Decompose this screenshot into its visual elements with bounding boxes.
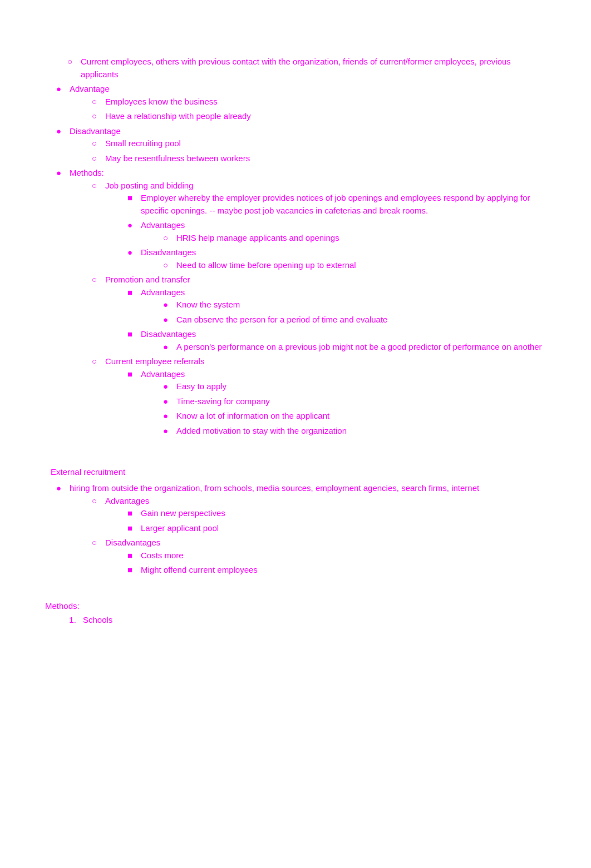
schools-item: Schools xyxy=(78,614,546,627)
disadvantage-items: Small recruiting pool May be resentfulne… xyxy=(70,137,546,165)
pt-disadvantages: Disadvantages A person's performance on … xyxy=(127,328,546,353)
jp-disadvantages-items: Need to allow time before opening up to … xyxy=(141,259,546,272)
ext-advantages: Advantages Gain new perspectives Larger … xyxy=(92,495,546,535)
cr-advantages: Advantages Easy to apply Time-saving for… xyxy=(127,368,546,438)
pt-advantages: Advantages Know the system Can observe t… xyxy=(127,286,546,326)
easy-to-apply: Easy to apply xyxy=(163,380,546,393)
external-heading: External recruitment xyxy=(45,467,546,477)
ext-disadvantages-items: Costs more Might offend current employee… xyxy=(105,549,546,577)
methods-label: Methods: Job posting and bidding Employe… xyxy=(56,167,546,437)
jp-advantages: Advantages HRIS help manage applicants a… xyxy=(127,219,546,244)
methods-list: Job posting and bidding Employer whereby… xyxy=(70,180,546,438)
disadvantage-item-2: May be resentfulness between workers xyxy=(92,152,546,165)
hris-help: HRIS help manage applicants and openings xyxy=(163,232,546,245)
jp-advantages-items: HRIS help manage applicants and openings xyxy=(141,232,546,245)
advantage-item-2: Have a relationship with people already xyxy=(92,110,546,123)
time-saving: Time-saving for company xyxy=(163,395,546,408)
pt-disadvantages-items: A person's performance on a previous job… xyxy=(141,341,546,354)
methods2-list: Schools xyxy=(45,614,546,627)
disadvantage-item-1: Small recruiting pool xyxy=(92,137,546,150)
know-system: Know the system xyxy=(163,299,546,311)
external-section: hiring from outside the organization, fr… xyxy=(45,482,546,577)
cr-advantages-items: Easy to apply Time-saving for company Kn… xyxy=(141,380,546,437)
larger-pool: Larger applicant pool xyxy=(127,522,546,535)
jp-disadvantages: Disadvantages Need to allow time before … xyxy=(127,246,546,271)
disadvantage-label: Disadvantage Small recruiting pool May b… xyxy=(56,125,546,165)
pt-advantages-items: Know the system Can observe the person f… xyxy=(141,299,546,326)
intro-list: Current employees, others with previous … xyxy=(45,56,546,81)
ext-disadvantages: Disadvantages Costs more Might offend cu… xyxy=(92,537,546,577)
advantage-section: Advantage Employees know the business Ha… xyxy=(45,83,546,437)
ext-advantages-items: Gain new perspectives Larger applicant p… xyxy=(105,507,546,534)
methods2-heading: Methods: xyxy=(45,601,546,611)
job-posting-sub: Advantages HRIS help manage applicants a… xyxy=(105,219,546,271)
ext-sub: Advantages Gain new perspectives Larger … xyxy=(70,495,546,577)
costs-more: Costs more xyxy=(127,549,546,562)
might-offend: Might offend current employees xyxy=(127,564,546,577)
pt-details: Advantages Know the system Can observe t… xyxy=(105,286,546,354)
current-referrals-item: Current employee referrals Advantages Ea… xyxy=(92,355,546,437)
know-a-lot: Know a lot of information on the applica… xyxy=(163,410,546,423)
intro-item: Current employees, others with previous … xyxy=(67,56,546,81)
document-content: Current employees, others with previous … xyxy=(45,33,546,626)
need-to-allow: Need to allow time before opening up to … xyxy=(163,259,546,272)
gain-new: Gain new perspectives xyxy=(127,507,546,520)
job-posting-desc: Employer whereby the employer provides n… xyxy=(127,192,546,217)
job-posting-item: Job posting and bidding Employer whereby… xyxy=(92,180,546,272)
can-observe: Can observe the person for a period of t… xyxy=(163,314,546,326)
job-posting-details: Employer whereby the employer provides n… xyxy=(105,192,546,217)
spacer2 xyxy=(45,579,546,590)
advantage-items: Employees know the business Have a relat… xyxy=(70,96,546,123)
hiring-desc-item: hiring from outside the organization, fr… xyxy=(56,482,546,577)
advantage-item-1: Employees know the business xyxy=(92,96,546,108)
spacer1 xyxy=(45,439,546,450)
advantage-label: Advantage Employees know the business Ha… xyxy=(56,83,546,123)
promotion-transfer-item: Promotion and transfer Advantages Know t… xyxy=(92,274,546,353)
cr-details: Advantages Easy to apply Time-saving for… xyxy=(105,368,546,438)
added-motivation: Added motivation to stay with the organi… xyxy=(163,425,546,438)
pt-dis-desc: A person's performance on a previous job… xyxy=(163,341,546,354)
